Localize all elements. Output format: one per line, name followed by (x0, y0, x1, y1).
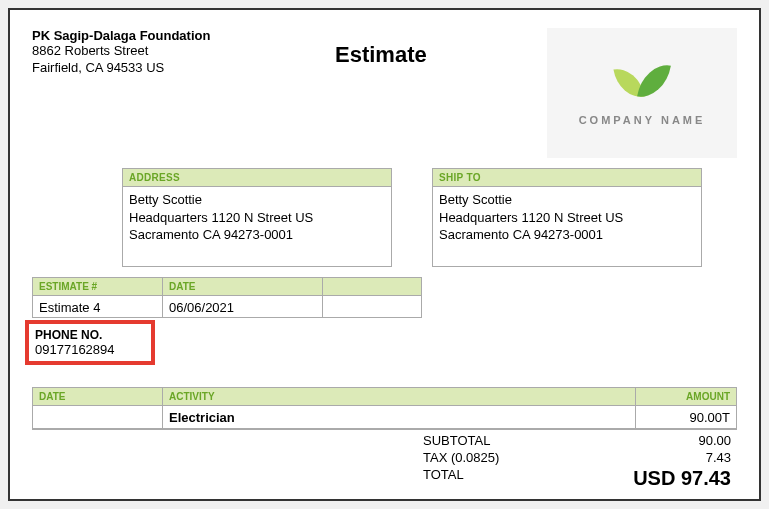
company-name: PK Sagip-Dalaga Foundation (32, 28, 232, 43)
line-date (33, 406, 163, 428)
tax-row: TAX (0.0825) 7.43 (417, 449, 737, 466)
subtotal-value: 90.00 (698, 433, 731, 448)
subtotal-label: SUBTOTAL (423, 433, 490, 448)
logo-text: COMPANY NAME (579, 114, 706, 126)
total-row: TOTAL USD 97.43 (417, 466, 737, 491)
shipto-name: Betty Scottie (439, 191, 695, 209)
table-row: Electrician 90.00T (33, 406, 736, 429)
estimate-date-col: DATE 06/06/2021 (163, 278, 323, 318)
col-amount-header: AMOUNT (636, 388, 736, 405)
leaf-logo-icon (612, 61, 672, 106)
tax-value: 7.43 (706, 450, 731, 465)
total-value: USD 97.43 (633, 467, 731, 490)
col-activity-header: ACTIVITY (163, 388, 636, 405)
estimate-number-header: ESTIMATE # (33, 278, 162, 296)
totals-block: SUBTOTAL 90.00 TAX (0.0825) 7.43 TOTAL U… (32, 432, 737, 491)
line-amount: 90.00T (636, 406, 736, 428)
company-city: Fairfield, CA 94533 US (32, 60, 232, 77)
subtotal-row: SUBTOTAL 90.00 (417, 432, 737, 449)
address-header: ADDRESS (123, 169, 391, 187)
estimate-document: PK Sagip-Dalaga Foundation 8862 Roberts … (8, 8, 761, 501)
estimate-number-value: Estimate 4 (33, 296, 162, 318)
phone-label: PHONE NO. (35, 328, 145, 342)
estimate-date-header: DATE (163, 278, 322, 296)
address-name: Betty Scottie (129, 191, 385, 209)
estimate-number-col: ESTIMATE # Estimate 4 (33, 278, 163, 318)
company-street: 8862 Roberts Street (32, 43, 232, 60)
shipto-line2: Sacramento CA 94273-0001 (439, 226, 695, 244)
phone-block-highlighted: PHONE NO. 09177162894 (25, 320, 155, 365)
col-date-header: DATE (33, 388, 163, 405)
estimate-meta-row: ESTIMATE # Estimate 4 DATE 06/06/2021 (32, 277, 422, 318)
estimate-blank-header (323, 278, 421, 296)
document-title: Estimate (335, 42, 427, 68)
total-label: TOTAL (423, 467, 464, 490)
line-items-table: DATE ACTIVITY AMOUNT Electrician 90.00T (32, 387, 737, 430)
line-activity: Electrician (163, 406, 636, 428)
shipto-line1: Headquarters 1120 N Street US (439, 209, 695, 227)
company-block: PK Sagip-Dalaga Foundation 8862 Roberts … (32, 28, 232, 77)
estimate-blank-col (323, 278, 422, 318)
shipto-header: SHIP TO (433, 169, 701, 187)
phone-value: 09177162894 (35, 342, 145, 357)
shipto-body: Betty Scottie Headquarters 1120 N Street… (433, 187, 701, 266)
address-block: ADDRESS Betty Scottie Headquarters 1120 … (122, 168, 392, 267)
address-row: ADDRESS Betty Scottie Headquarters 1120 … (122, 168, 737, 267)
logo-box: COMPANY NAME (547, 28, 737, 158)
estimate-date-value: 06/06/2021 (163, 296, 322, 318)
estimate-blank-value (323, 296, 421, 318)
shipto-block: SHIP TO Betty Scottie Headquarters 1120 … (432, 168, 702, 267)
tax-label: TAX (0.0825) (423, 450, 499, 465)
address-line1: Headquarters 1120 N Street US (129, 209, 385, 227)
address-body: Betty Scottie Headquarters 1120 N Street… (123, 187, 391, 266)
line-items-header-row: DATE ACTIVITY AMOUNT (33, 388, 736, 406)
address-line2: Sacramento CA 94273-0001 (129, 226, 385, 244)
